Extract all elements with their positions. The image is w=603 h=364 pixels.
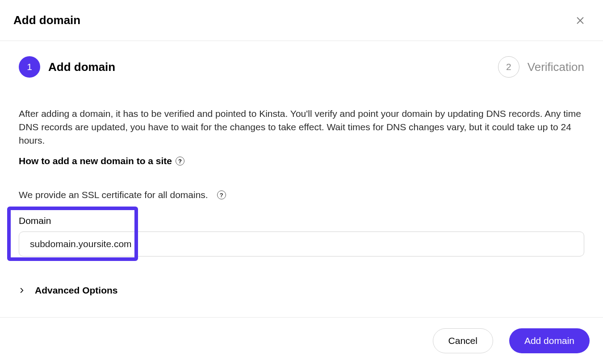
intro-text: After adding a domain, it has to be veri… <box>19 107 584 147</box>
ssl-note-row: We provide an SSL certificate for all do… <box>19 190 584 200</box>
step-label-inactive: Verification <box>528 60 584 74</box>
add-domain-button[interactable]: Add domain <box>509 328 590 353</box>
cancel-button[interactable]: Cancel <box>433 328 493 353</box>
step-label-active: Add domain <box>48 60 115 74</box>
help-link[interactable]: How to add a new domain to a site ? <box>19 156 184 166</box>
step-verification: 2 Verification <box>498 56 584 78</box>
close-icon <box>575 19 585 27</box>
domain-input[interactable] <box>19 232 584 256</box>
modal-header: Add domain <box>0 0 603 41</box>
domain-field: Domain <box>19 215 584 256</box>
modal-body: 1 Add domain 2 Verification After adding… <box>0 41 603 296</box>
chevron-right-icon <box>19 287 25 294</box>
close-button[interactable] <box>574 14 587 27</box>
stepper: 1 Add domain 2 Verification <box>19 56 584 78</box>
help-link-text: How to add a new domain to a site <box>19 156 172 166</box>
step-add-domain: 1 Add domain <box>19 56 115 78</box>
advanced-options-label: Advanced Options <box>35 285 118 296</box>
modal-footer: Cancel Add domain <box>0 317 603 364</box>
step-number-inactive: 2 <box>498 56 519 78</box>
advanced-options-toggle[interactable]: Advanced Options <box>19 285 584 296</box>
modal-title: Add domain <box>13 13 80 27</box>
ssl-note-text: We provide an SSL certificate for all do… <box>19 190 208 200</box>
step-number-active: 1 <box>19 56 40 78</box>
help-icon: ? <box>176 157 184 165</box>
domain-label: Domain <box>19 215 584 226</box>
help-icon[interactable]: ? <box>217 190 226 199</box>
